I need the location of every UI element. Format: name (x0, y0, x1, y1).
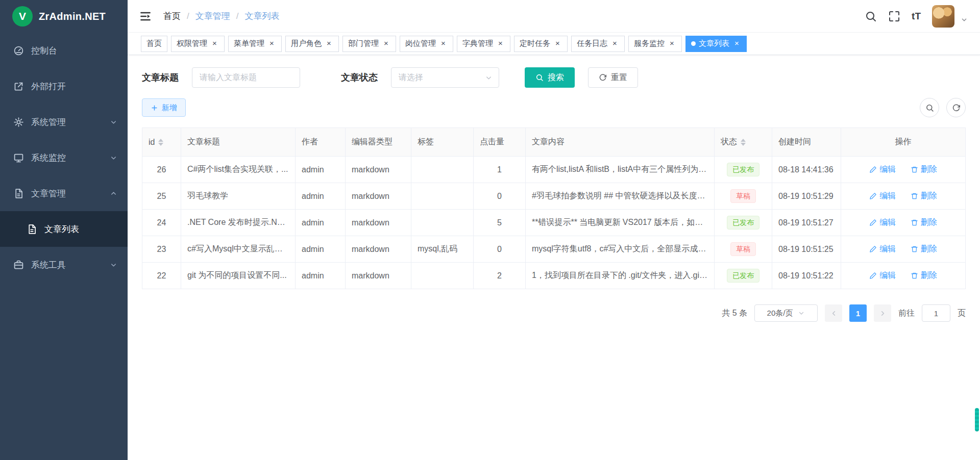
close-icon[interactable]: × (610, 39, 619, 48)
tab-dept-mgmt[interactable]: 部门管理 × (342, 36, 396, 52)
cell-id: 26 (142, 157, 181, 183)
delete-button[interactable]: 删除 (911, 270, 937, 281)
sidebar-toggle-icon[interactable] (139, 10, 152, 23)
user-avatar[interactable] (932, 5, 954, 28)
goto-page-input[interactable] (922, 304, 950, 322)
tab-article-list[interactable]: 文章列表 × (685, 36, 747, 52)
close-icon[interactable]: × (668, 39, 676, 48)
refresh-table-button[interactable] (946, 98, 966, 117)
cell-clicks: 2 (474, 263, 526, 289)
articles-table: id 文章标题 作者 编辑器类型 标签 点击量 文章内容 状态 创建时间 操作 (142, 127, 966, 289)
column-header-editor-type: 编辑器类型 (346, 128, 411, 157)
breadcrumb-separator: / (236, 11, 239, 21)
sidebar-menu: 控制台 外部打开 系统管理 系统监控 文章管理 (0, 33, 128, 283)
edit-button[interactable]: 编辑 (869, 191, 896, 201)
search-icon (535, 73, 544, 82)
scrollbar-thumb[interactable] (975, 408, 979, 431)
reset-button[interactable]: 重置 (588, 67, 638, 88)
column-header-id[interactable]: id (142, 128, 181, 157)
sidebar-item-article-mgmt[interactable]: 文章管理 (0, 175, 128, 211)
top-navbar: 首页 / 文章管理 / 文章列表 tT (128, 0, 980, 33)
article-status-select[interactable]: 请选择 (391, 67, 499, 88)
page-size-select[interactable]: 20条/页 (754, 304, 818, 322)
fullscreen-icon[interactable] (888, 10, 900, 22)
cell-editor-type: markdown (346, 263, 411, 289)
prev-page-button[interactable] (825, 304, 842, 322)
add-button[interactable]: 新增 (142, 98, 186, 117)
cell-editor-type: markdown (346, 183, 411, 210)
table-row: 26 C#两个list集合实现关联，... admin markdown 1 有… (142, 157, 966, 183)
edit-button[interactable]: 编辑 (869, 217, 896, 228)
close-icon[interactable]: × (325, 39, 333, 48)
column-header-author: 作者 (296, 128, 346, 157)
tab-scheduled-task[interactable]: 定时任务 × (514, 36, 568, 52)
sidebar-item-external-open[interactable]: 外部打开 (0, 68, 128, 104)
tab-task-log[interactable]: 任务日志 × (571, 36, 625, 52)
delete-button[interactable]: 删除 (911, 191, 937, 201)
close-icon[interactable]: × (267, 39, 276, 48)
close-icon[interactable]: × (210, 39, 219, 48)
tab-user-role[interactable]: 用户角色 × (285, 36, 339, 52)
tab-menu-mgmt[interactable]: 菜单管理 × (228, 36, 282, 52)
tab-service-monitor[interactable]: 服务监控 × (628, 36, 682, 52)
cell-created-at: 08-19 10:51:25 (772, 236, 841, 263)
close-icon[interactable]: × (382, 39, 390, 48)
tab-label: 岗位管理 (405, 39, 436, 48)
cell-author: admin (296, 210, 346, 236)
close-icon[interactable]: × (732, 39, 741, 48)
cell-content: **错误提示** 当电脑更新 VS2017 版本后，如果... (526, 210, 715, 236)
cell-title: c#写入Mysql中文显示乱码 ... (181, 236, 296, 263)
tab-post-mgmt[interactable]: 岗位管理 × (400, 36, 453, 52)
cell-clicks: 1 (474, 157, 526, 183)
cell-created-at: 08-19 10:51:22 (772, 263, 841, 289)
cell-clicks: 5 (474, 210, 526, 236)
chevron-down-icon (485, 74, 493, 82)
tab-home[interactable]: 首页 (141, 36, 167, 52)
edit-button[interactable]: 编辑 (869, 244, 896, 254)
cell-status: 已发布 (715, 157, 772, 183)
sidebar-item-article-list[interactable]: 文章列表 (0, 211, 128, 247)
table-tools (920, 98, 966, 117)
caret-down-icon[interactable] (961, 16, 968, 23)
tab-label: 定时任务 (520, 39, 550, 48)
page-number-button[interactable]: 1 (849, 304, 867, 322)
sidebar-item-system-tools[interactable]: 系统工具 (0, 247, 128, 283)
next-page-button[interactable] (874, 304, 891, 322)
delete-button[interactable]: 删除 (911, 244, 937, 254)
sort-carets-icon[interactable] (741, 139, 746, 146)
sidebar-item-label: 控制台 (31, 45, 117, 57)
sidebar-item-system-mgmt[interactable]: 系统管理 (0, 104, 128, 140)
breadcrumb-current: 文章列表 (244, 10, 279, 22)
sidebar: V ZrAdmin.NET 控制台 外部打开 系统管理 系统监控 (0, 0, 128, 460)
search-button[interactable]: 搜索 (525, 67, 575, 88)
refresh-icon (599, 73, 607, 82)
pencil-icon (869, 245, 877, 253)
close-icon[interactable]: × (553, 39, 562, 48)
cell-author: admin (296, 263, 346, 289)
column-header-status[interactable]: 状态 (715, 128, 772, 157)
monitor-icon (13, 152, 24, 163)
toggle-search-button[interactable] (920, 98, 939, 117)
delete-button[interactable]: 删除 (911, 164, 937, 175)
tab-permission-mgmt[interactable]: 权限管理 × (171, 36, 225, 52)
tab-label: 任务日志 (577, 39, 607, 48)
close-icon[interactable]: × (439, 39, 448, 48)
delete-button[interactable]: 删除 (911, 217, 937, 228)
edit-button[interactable]: 编辑 (869, 270, 896, 281)
font-size-icon[interactable]: tT (912, 11, 921, 21)
close-icon[interactable]: × (496, 39, 505, 48)
article-title-input[interactable] (192, 67, 300, 88)
plus-icon (151, 104, 158, 112)
app-logo[interactable]: V ZrAdmin.NET (0, 0, 128, 33)
breadcrumb-home[interactable]: 首页 (163, 10, 181, 22)
sidebar-item-system-monitor[interactable]: 系统监控 (0, 140, 128, 175)
sidebar-item-dashboard[interactable]: 控制台 (0, 33, 128, 68)
search-icon[interactable] (865, 10, 877, 22)
sort-carets-icon[interactable] (158, 139, 163, 146)
cell-author: admin (296, 183, 346, 210)
page-content: 文章标题 文章状态 请选择 搜索 重置 (128, 55, 980, 460)
tab-dict-mgmt[interactable]: 字典管理 × (457, 36, 510, 52)
breadcrumb-article-mgmt[interactable]: 文章管理 (195, 10, 230, 22)
edit-button[interactable]: 编辑 (869, 164, 896, 175)
table-row: 24 .NET Core 发布时提示.NET... admin markdown… (142, 210, 966, 236)
